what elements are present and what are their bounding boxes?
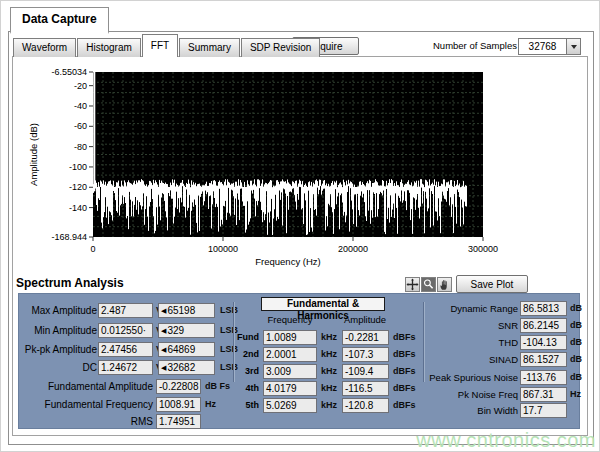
harmonic-frequency-field: 5.0269 xyxy=(263,398,317,413)
amplitude-lsb-field: ◀329 xyxy=(158,323,215,338)
metric-value-field: 86.1527 xyxy=(520,352,567,367)
metric-label: Pk Noise Freq xyxy=(404,387,518,402)
metric-unit-label: dB xyxy=(570,370,590,385)
number-of-samples-label: Number of Samples xyxy=(433,40,517,51)
save-plot-button[interactable]: Save Plot xyxy=(456,275,528,293)
metric-unit-label: Hz xyxy=(570,387,590,402)
khz-unit-label: kHz xyxy=(321,364,341,379)
crosshair-icon xyxy=(406,278,419,291)
harmonics-title: Fundamental & Harmonics xyxy=(261,297,385,311)
harmonic-order-label: 3rd xyxy=(235,364,259,379)
harmonic-order-label: Fund xyxy=(235,330,259,345)
y-tick-label: -60 xyxy=(74,121,87,131)
tab-sdp-revision[interactable]: SDP Revision xyxy=(241,38,321,57)
harmonic-frequency-field: 2.0001 xyxy=(263,347,317,362)
metric-unit-label: dB xyxy=(570,318,590,333)
fundamental-row-label: Fundamental Frequency xyxy=(9,397,153,412)
metric-label: Peak Spurious Noise xyxy=(404,370,518,385)
y-axis-label: Amplitude (dB) xyxy=(28,123,39,186)
tab-fft[interactable]: FFT xyxy=(142,34,178,57)
fundamental-unit-label: dB Fs xyxy=(205,379,235,394)
truncation-marker-icon: ◀ xyxy=(161,327,166,334)
harmonic-amplitude-field: -107.3 xyxy=(342,347,389,362)
khz-unit-label: kHz xyxy=(321,347,341,362)
amplitude-row-label: Pk-pk Amplitude xyxy=(0,342,97,357)
hand-icon xyxy=(438,278,451,291)
metric-unit-label: dB xyxy=(570,301,590,316)
amplitude-row-label: Max Amplitude xyxy=(0,303,97,318)
tab-summary[interactable]: Summary xyxy=(179,38,240,57)
tab-waveform[interactable]: Waveform xyxy=(13,38,76,57)
zoom-tool-button[interactable] xyxy=(421,277,436,292)
metric-value-field: 86.5813 xyxy=(520,301,567,316)
y-tick-label: -40 xyxy=(74,101,87,111)
chevron-down-icon xyxy=(571,45,577,49)
page-tab-data-capture[interactable]: Data Capture xyxy=(10,7,109,34)
spectrum-analysis-title: Spectrum Analysis xyxy=(16,276,124,290)
metric-value-field: 867.31 xyxy=(520,387,567,402)
harmonic-amplitude-field: -109.4 xyxy=(342,364,389,379)
fundamental-row-label: RMS xyxy=(9,414,153,429)
y-tick-label: -6.55034 xyxy=(51,67,87,77)
fundamental-value-field: 1008.91 xyxy=(156,397,201,412)
metric-label: SINAD xyxy=(404,352,518,367)
x-tick-label: 300000 xyxy=(468,244,498,254)
y-tick-label: -80 xyxy=(74,142,87,152)
harmonic-order-label: 4th xyxy=(235,381,259,396)
cursor-tool-button[interactable] xyxy=(405,277,420,292)
metric-label: SNR xyxy=(404,318,518,333)
truncation-marker-icon: ◀ xyxy=(161,364,166,371)
truncation-marker-icon: ◀ xyxy=(161,307,166,314)
metric-unit-label: dB xyxy=(570,352,590,367)
magnifier-icon xyxy=(422,278,435,291)
harmonic-amplitude-field: -116.5 xyxy=(342,381,389,396)
metric-unit-label: dB xyxy=(570,335,590,350)
amplitude-lsb-field: ◀32682 xyxy=(158,360,215,375)
fundamental-value-field: -0.22808 xyxy=(156,379,201,394)
truncation-marker-icon: ◀ xyxy=(161,346,166,353)
amplitude-volts-field: 2.487 xyxy=(98,303,153,318)
samples-dropdown-button[interactable] xyxy=(566,39,580,54)
amplitude-volts-field: 1.24672 xyxy=(98,360,153,375)
harmonics-amplitude-header: Amplitude xyxy=(340,314,390,325)
harmonic-order-label: 5th xyxy=(235,398,259,413)
fundamental-row-label: Fundamental Amplitude xyxy=(9,379,153,394)
x-axis-label: Frequency (Hz) xyxy=(255,256,320,267)
number-of-samples-value: 32768 xyxy=(519,39,566,54)
khz-unit-label: kHz xyxy=(321,381,341,396)
metric-label: Dynamic Range xyxy=(404,301,518,316)
amplitude-row-label: DC xyxy=(0,360,97,375)
y-tick-label: -100 xyxy=(69,162,87,172)
harmonic-frequency-field: 1.0089 xyxy=(263,330,317,345)
amplitude-volts-field: 2.47456 xyxy=(98,342,153,357)
khz-unit-label: kHz xyxy=(321,398,341,413)
metric-value-field: 86.2145 xyxy=(520,318,567,333)
harmonic-amplitude-field: -120.8 xyxy=(342,398,389,413)
pan-tool-button[interactable] xyxy=(437,277,452,292)
amplitude-row-label: Min Amplitude xyxy=(0,323,97,338)
number-of-samples-combo[interactable]: 32768 xyxy=(518,38,581,55)
spectrum-analysis-panel: Max Amplitude2.487V◀65198LSBMin Amplitud… xyxy=(18,293,580,429)
metric-value-field: -113.76 xyxy=(520,370,567,385)
harmonic-frequency-field: 3.009 xyxy=(263,364,317,379)
y-tick-label: -168.944 xyxy=(51,232,87,242)
harmonics-frequency-header: Frequency xyxy=(263,314,317,325)
tab-strip: WaveformHistogramFFTSummarySDP Revision xyxy=(13,34,321,57)
y-tick-label: -120 xyxy=(69,182,87,192)
metric-value-field: 17.7 xyxy=(520,403,567,418)
tab-histogram[interactable]: Histogram xyxy=(77,38,141,57)
harmonic-order-label: 2nd xyxy=(235,347,259,362)
x-tick-label: 100000 xyxy=(208,244,238,254)
fft-graph[interactable]: -6.55034-20-40-60-80-100-120-140-168.944… xyxy=(13,57,585,269)
khz-unit-label: kHz xyxy=(321,330,341,345)
data-capture-window: Data Capture WaveformHistogramFFTSummary… xyxy=(0,0,600,452)
x-tick-label: 200000 xyxy=(338,244,368,254)
harmonic-amplitude-field: -0.2281 xyxy=(342,330,389,345)
y-tick-label: -20 xyxy=(74,81,87,91)
metric-value-field: -104.13 xyxy=(520,335,567,350)
metric-label: THD xyxy=(404,335,518,350)
metric-label: Bin Width xyxy=(404,403,518,418)
harmonic-frequency-field: 4.0179 xyxy=(263,381,317,396)
amplitude-lsb-field: ◀65198 xyxy=(158,303,215,318)
y-tick-label: -140 xyxy=(69,203,87,213)
